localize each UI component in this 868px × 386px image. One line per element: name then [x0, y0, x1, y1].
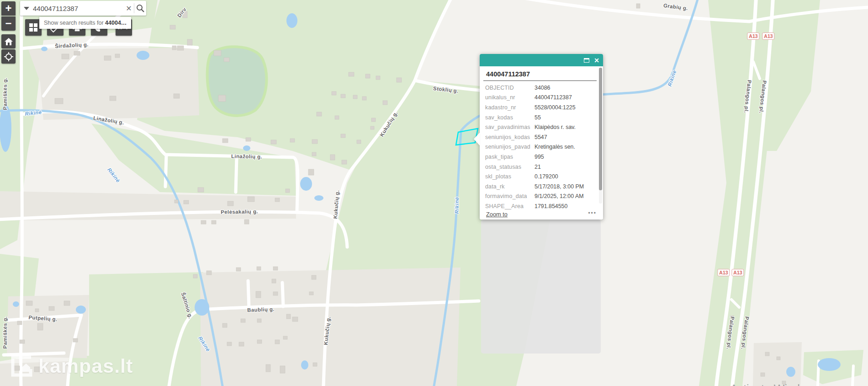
activate-windows-watermark: Activate Windows — [730, 382, 820, 386]
search-icon — [136, 4, 144, 12]
attr-row: sav_kodas55 — [485, 113, 597, 123]
home-icon — [5, 38, 13, 45]
popup-callout-pointer — [474, 133, 480, 145]
plus-icon: + — [5, 3, 11, 14]
tooltip-query: 44004… — [105, 20, 127, 26]
my-location-button[interactable] — [1, 49, 16, 64]
attr-label: seniunijos_pavad — [485, 144, 535, 150]
search-submit-button[interactable] — [134, 1, 146, 16]
crosshair-icon — [4, 52, 13, 61]
attr-row: kadastro_nr5528/0004:1225 — [485, 102, 597, 113]
popup-body: 440047112387 OBJECTID34086unikalus_nr440… — [480, 66, 603, 220]
attr-value: 5/17/2018, 3:00 PM — [535, 183, 597, 190]
popup-title: 440047112387 — [480, 66, 603, 78]
attr-value: 995 — [535, 154, 597, 160]
attr-label: seniunijos_kodas — [485, 134, 535, 140]
home-button[interactable] — [1, 34, 16, 48]
map-app: { "search": { "value": "440047112387", "… — [0, 0, 868, 386]
attr-row: pask_tipas995 — [485, 152, 597, 162]
attr-label: unikalus_nr — [485, 94, 535, 101]
search-input[interactable] — [33, 5, 124, 12]
attr-label: SHAPE__Area — [485, 203, 535, 209]
search-bar: ✕ — [20, 1, 146, 16]
chevron-down-icon — [24, 7, 29, 10]
attr-value: 5528/0004:1225 — [535, 104, 597, 111]
attr-row: seniunijos_pavadKretingalės sen. — [485, 142, 597, 152]
popup-maximize-icon[interactable] — [584, 58, 589, 63]
attr-label: skl_plotas — [485, 173, 535, 180]
kampas-logo-text: kampas.lt — [38, 355, 133, 377]
pond-large — [207, 47, 267, 116]
attr-row: skl_plotas0.179200 — [485, 172, 597, 182]
popup-scrollbar-thumb[interactable] — [599, 68, 602, 190]
attr-label: sav_kodas — [485, 114, 535, 121]
tooltip-prefix: Show search results for — [44, 20, 105, 26]
attr-value: 1791.854550 — [535, 203, 597, 209]
popup-close-icon[interactable]: ✕ — [594, 57, 599, 64]
attr-value: Kretingalės sen. — [535, 144, 597, 150]
popup-scrollbar[interactable] — [599, 68, 602, 204]
search-source-dropdown[interactable] — [20, 1, 33, 16]
attr-row: SHAPE__Area1791.854550 — [485, 201, 597, 211]
attr-value: 55 — [535, 114, 597, 121]
kampas-logo: kampas.lt — [11, 355, 133, 377]
search-clear-icon[interactable]: ✕ — [124, 4, 134, 13]
attr-row: data_rk5/17/2018, 3:00 PM — [485, 182, 597, 192]
map-canvas[interactable] — [0, 0, 868, 386]
attr-label: osta_statusas — [485, 164, 535, 170]
attr-value: Klaipėdos r. sav. — [535, 124, 597, 130]
attr-label: OBJECTID — [485, 85, 535, 91]
attr-label: formavimo_data — [485, 193, 535, 199]
attr-value: 440047112387 — [535, 94, 597, 101]
attr-row: seniunijos_kodas5547 — [485, 132, 597, 142]
minus-icon: − — [5, 18, 11, 29]
attr-value: 21 — [535, 164, 597, 170]
kampas-logo-icon — [11, 355, 32, 377]
search-suggestion-tooltip[interactable]: Show search results for 44004… — [39, 17, 131, 29]
zoom-out-button[interactable]: − — [1, 16, 16, 31]
basemap-grid-icon — [29, 23, 37, 32]
attr-row: osta_statusas21 — [485, 162, 597, 172]
popup-attribute-table: OBJECTID34086unikalus_nr440047112387kada… — [480, 81, 603, 220]
attr-label: sav_pavadinimas — [485, 124, 535, 130]
attr-value: 5547 — [535, 134, 597, 140]
attr-row: unikalus_nr440047112387 — [485, 93, 597, 103]
zoom-in-button[interactable]: + — [1, 1, 16, 16]
popup-footer: Zoom to ••• — [480, 210, 603, 220]
zoom-to-link[interactable]: Zoom to — [486, 211, 508, 218]
attr-row: OBJECTID34086 — [485, 83, 597, 93]
popup-ghost-panel — [481, 220, 601, 354]
attr-value: 9/1/2025, 12:00 AM — [535, 193, 597, 199]
attr-label: kadastro_nr — [485, 104, 535, 111]
attr-value: 34086 — [535, 85, 597, 91]
feature-popup: ✕ 440047112387 OBJECTID34086unikalus_nr4… — [480, 54, 603, 220]
attr-label: data_rk — [485, 183, 535, 190]
attr-row: formavimo_data9/1/2025, 12:00 AM — [485, 192, 597, 202]
popup-header[interactable]: ✕ — [480, 54, 603, 66]
attr-value: 0.179200 — [535, 173, 597, 180]
attr-label: pask_tipas — [485, 154, 535, 160]
attr-row: sav_pavadinimasKlaipėdos r. sav. — [485, 122, 597, 132]
